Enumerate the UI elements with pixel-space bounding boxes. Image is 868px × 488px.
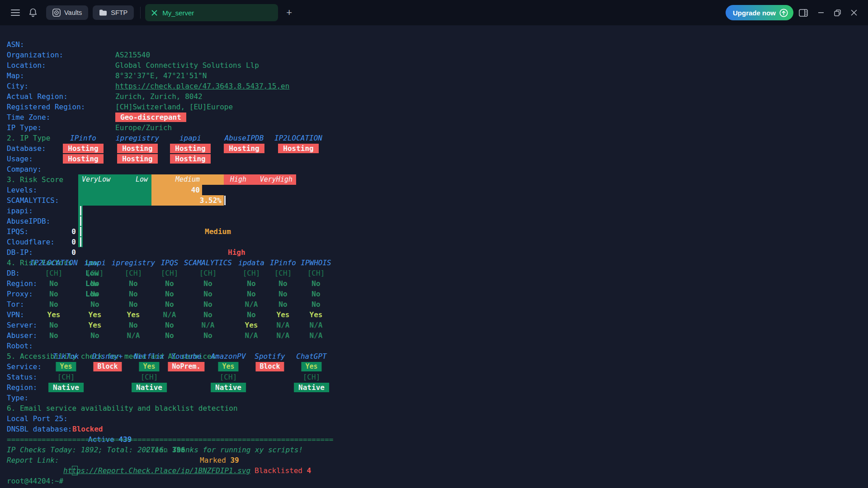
service-type-badges: NativeNativeNativeNative — [0, 382, 868, 393]
company-row: Company: HostingHostingHosting — [0, 154, 868, 164]
robot-cell: N/A — [245, 330, 258, 341]
vpn-cell: N/A — [245, 299, 258, 310]
robot-cell: N/A — [127, 330, 140, 341]
region-cell: [CH] — [86, 268, 104, 278]
ipapi-bar-green — [78, 195, 151, 206]
timezone-row: Time Zone: Europe/Zurich — [0, 102, 868, 112]
proxy-cell: No — [165, 278, 174, 289]
region-cell: [CH] — [125, 268, 142, 278]
panel-toggle-button[interactable] — [796, 6, 811, 19]
close-window-button[interactable] — [848, 7, 860, 19]
separator-row: ========================================… — [0, 424, 868, 434]
hosting-badge: Hosting — [224, 144, 264, 153]
server-cell: Yes — [47, 310, 61, 320]
ip-type-row: IP Type: Geo-discrepant — [0, 112, 868, 122]
db-name: IP2LOCATION — [30, 258, 78, 268]
dnsbl-row: DNSBL database: Active439 Clean396 Marke… — [0, 413, 868, 424]
proxy-row: Proxy: NoNoNoNoNoNoNoNo — [0, 278, 868, 289]
close-tab-icon[interactable] — [151, 10, 157, 16]
blank-row — [0, 455, 868, 465]
server-cell: No — [203, 310, 212, 320]
geo-discrepant-badge: Geo-discrepant — [115, 113, 186, 122]
server-cell: Yes — [310, 310, 323, 320]
status-badge: NoPrem. — [168, 362, 204, 371]
abuser-cells: NoYesNoNoN/AYesN/AN/A — [0, 320, 868, 330]
server-cells: YesYesYesN/ANoNoYesYes — [0, 310, 868, 320]
abuser-cell: Yes — [89, 320, 102, 330]
tor-cell: No — [90, 289, 99, 299]
abuser-row: Abuser: NoYesNoNoN/AYesN/AN/A — [0, 320, 868, 330]
proxy-cell: No — [90, 278, 99, 289]
vpn-row: VPN: NoNoNoNoNoN/ANoNo — [0, 299, 868, 310]
notifications-button[interactable] — [26, 5, 40, 20]
tor-cells: NoNoNoNoNoNoNoNo — [0, 289, 868, 299]
map-row: Map: https://check.place/47.3643,8.5437,… — [0, 60, 868, 70]
vault-icon — [52, 9, 61, 17]
vpn-cell: No — [129, 299, 137, 310]
tab-label: My_server — [162, 9, 194, 17]
native-badge: Native — [48, 383, 84, 392]
menu-button[interactable] — [8, 6, 23, 19]
vaults-button[interactable]: Vaults — [46, 5, 88, 20]
service-region-row: Region: [CH][CH][CH][CH] — [0, 372, 868, 382]
prompt-text: root@44204:~# — [7, 476, 63, 486]
hosting-badge: Hosting — [170, 154, 211, 164]
status-badge: Yes — [218, 362, 238, 371]
checks-row: IP Checks Today: 1892; Total: 202716. Th… — [0, 434, 868, 445]
proxy-cell: No — [129, 278, 137, 289]
abuser-cell: No — [129, 320, 137, 330]
proxy-cell: No — [311, 278, 320, 289]
server-row: Server: YesYesYesN/ANoNoYesYes — [0, 310, 868, 320]
terminal[interactable]: ASN: AS215540 Organization: Global Conne… — [0, 25, 868, 488]
db-name: ipapi — [84, 258, 106, 268]
vpn-cell: No — [311, 299, 320, 310]
hosting-badge: Hosting — [63, 144, 104, 153]
native-badge: Native — [132, 383, 167, 392]
service-name: Disney+ — [92, 351, 123, 361]
tor-cell: No — [311, 289, 320, 299]
sftp-button[interactable]: SFTP — [93, 5, 134, 20]
server-cell: Yes — [89, 310, 102, 320]
ipapi-cursor — [224, 196, 226, 205]
dbip-cursor — [80, 237, 81, 247]
server-cell: No — [247, 310, 255, 320]
tab-separator — [140, 7, 141, 19]
service-columns: TikTokDisney+NetflixYoutubeAmazonPVSpoti… — [0, 351, 868, 361]
restore-button[interactable] — [831, 7, 844, 19]
arrow-up-circle-icon — [779, 9, 788, 17]
level-verylow: VeryLow — [82, 174, 110, 185]
abuser-cell: N/A — [277, 320, 290, 330]
upgrade-button[interactable]: Upgrade now — [726, 5, 793, 20]
robot-cell: No — [165, 330, 174, 341]
hamburger-icon — [11, 9, 20, 16]
vpn-cell: No — [90, 299, 99, 310]
actual-region-row: Actual Region: [CH]Switzerland, [EU]Euro… — [0, 81, 868, 91]
db-name: IPinfo — [270, 258, 296, 268]
titlebar: Vaults SFTP My_server + Upgrade now — [0, 0, 868, 25]
section6-title-row: 6. Email service availability and blackl… — [0, 393, 868, 403]
minimize-button[interactable] — [815, 7, 827, 19]
service-name: AmazonPV — [211, 351, 245, 361]
service-region-cell: [CH] — [220, 372, 237, 382]
database-name: AbuseIPDB — [225, 133, 264, 143]
upgrade-label: Upgrade now — [733, 9, 776, 17]
service-header-row: Service: TikTokDisney+NetflixYoutubeAmaz… — [0, 351, 868, 361]
scamalytics-bar-green — [78, 185, 151, 195]
tab-my-server[interactable]: My_server — [145, 4, 278, 21]
status-badge: Yes — [56, 362, 76, 371]
native-badge: Native — [211, 383, 246, 392]
new-tab-button[interactable]: + — [283, 7, 295, 18]
db-name: ipregistry — [112, 258, 155, 268]
abuser-cell: N/A — [202, 320, 215, 330]
cloudflare-cursor — [80, 227, 81, 236]
service-region-cells: [CH][CH][CH][CH] — [0, 372, 868, 382]
database-name: ipapi — [179, 133, 201, 143]
close-icon — [851, 9, 857, 16]
tor-cell: No — [247, 289, 255, 299]
abuser-cell: N/A — [310, 320, 323, 330]
tor-cell: No — [129, 289, 137, 299]
prompt-row: root@44204:~# — [0, 465, 868, 476]
section3-title-row: 3. Risk Score — [0, 164, 868, 174]
service-region-cell: [CH] — [141, 372, 158, 382]
vpn-cells: NoNoNoNoNoN/ANoNo — [0, 299, 868, 310]
